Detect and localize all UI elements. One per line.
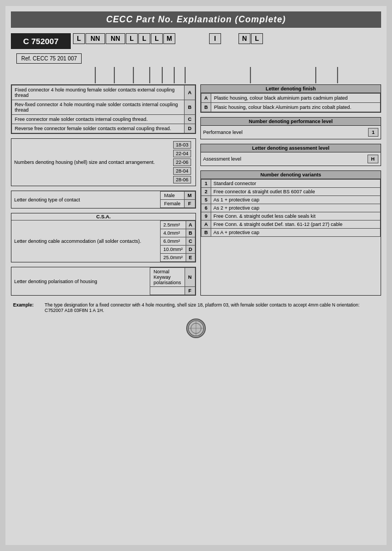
table-row: 2 Free connector & straight outlet BS 60…	[201, 188, 381, 196]
connector-desc-b: Rev-fixed connector 4 hole mounting male…	[12, 100, 185, 115]
main-content: Fixed connector 4 hole mounting female s…	[11, 84, 381, 296]
right-column: Letter denoting finish A Plastic housing…	[200, 84, 381, 296]
csa-val-2: 4.0mm²	[160, 229, 186, 237]
table-row: 9 Free Conn. & straight outlet less cabl…	[201, 212, 381, 221]
finish-desc-a: Plastic housing, colour black aluminium …	[211, 94, 381, 103]
csa-val-4: 10.0mm²	[160, 246, 186, 254]
variants-title: Number denoting variants	[201, 171, 381, 179]
csa-header: C.S.A.	[11, 213, 195, 221]
table-row: 10.0mm² D	[160, 246, 195, 254]
polar-desc: Letter denoting polarisation of housing	[11, 267, 150, 295]
code-letter-NN1: NN	[85, 33, 105, 44]
code-letter-N: N	[238, 33, 250, 44]
contact-male-code: M	[184, 192, 195, 200]
finish-code-b: B	[201, 103, 211, 112]
performance-level-box: Number denoting performance level Perfor…	[200, 117, 381, 139]
assessment-level-label: Assessment level	[203, 156, 365, 162]
connector-desc-a: Fixed connector 4 hole mounting female s…	[12, 85, 185, 100]
part-number: C 752007	[11, 33, 71, 49]
page: CECC Part No. Explanation (Complete) C 7…	[5, 6, 387, 545]
csa-val-3: 6.0mm²	[160, 237, 186, 246]
variant-desc-9: Free Conn. & straight outlet less cable …	[211, 212, 381, 221]
finish-title: Letter denoting finish	[201, 85, 381, 93]
contact-male-label: Male	[161, 192, 184, 200]
variant-desc-a: Free Conn. & straight outlet Def. stan. …	[211, 221, 381, 229]
page-title: CECC Part No. Explanation (Complete)	[11, 11, 381, 28]
code-letter-L1: L	[73, 33, 85, 44]
variant-code-1: 1	[201, 180, 211, 188]
number-value-3: 22-06	[173, 158, 191, 166]
left-column: Fixed connector 4 hole mounting female s…	[11, 84, 196, 296]
table-row: 4.0mm² B	[160, 229, 195, 237]
csa-desc: Letter denoting cable accommodation (all…	[11, 221, 160, 262]
variant-desc-2: Free connector & straight outlet BS 6007…	[211, 188, 381, 196]
code-letter-L4: L	[151, 33, 163, 44]
contact-table: Male M Female F	[160, 191, 195, 208]
table-row: 6 As 2 + protective cap	[201, 204, 381, 212]
connector-types-box: Fixed connector 4 hole mounting female s…	[11, 84, 196, 134]
csa-code-5: E	[186, 254, 195, 262]
csa-code-1: A	[186, 221, 195, 229]
connector-code-a: A	[185, 85, 195, 100]
table-row: B Plasic housing, colour black Aluminium…	[201, 103, 381, 112]
assessment-level-title: Letter denoting assessment level	[201, 144, 381, 152]
table-row: 6.0mm² C	[160, 237, 195, 246]
table-row: Male M	[161, 192, 195, 200]
variant-code-2: 2	[201, 188, 211, 196]
table-row: Reverse free connector female solder con…	[12, 124, 195, 133]
finish-box: Letter denoting finish A Plastic housing…	[200, 84, 381, 113]
finish-desc-b: Plasic housing, colour black Aluminium p…	[211, 103, 381, 112]
csa-code-2: B	[186, 229, 195, 237]
connector-code-d: D	[185, 124, 195, 133]
performance-level-title: Number denoting performance level	[201, 118, 381, 126]
polarisation-box: Letter denoting polarisation of housing …	[11, 267, 196, 296]
variant-desc-1: Standard connector	[211, 180, 381, 188]
polar-f-label	[150, 287, 185, 295]
code-letter-L5: L	[251, 33, 263, 44]
code-letter-M: M	[163, 33, 175, 44]
polar-code-n: N	[185, 268, 195, 287]
csa-val-5: 25.0mm²	[160, 254, 186, 262]
example-text: The type designation for a fixed connect…	[45, 302, 379, 313]
contact-type-box: Letter denoting type of contact Male M F…	[11, 191, 196, 209]
table-row: F	[150, 287, 195, 295]
connector-types-table: Fixed connector 4 hole mounting female s…	[11, 85, 195, 133]
polar-code-f: F	[185, 287, 195, 295]
table-row: Free connector male solder contacts inte…	[12, 115, 195, 124]
csa-val-1: 2.5mm²	[160, 221, 186, 229]
variant-code-5: 5	[201, 196, 211, 204]
stamp-area	[11, 319, 381, 338]
connector-desc-c: Free connector male solder contacts inte…	[12, 115, 185, 124]
table-row: A Plastic housing, colour black aluminiu…	[201, 94, 381, 103]
csa-code-4: D	[186, 246, 195, 254]
variant-code-9: 9	[201, 212, 211, 221]
contact-female-label: Female	[161, 200, 184, 208]
seal-icon	[187, 319, 205, 338]
contact-desc: Letter denoting type of contact	[11, 191, 160, 208]
number-value-2: 22-04	[173, 150, 191, 157]
connector-desc-d: Reverse free connector female solder con…	[12, 124, 185, 133]
table-row: B As A + protective cap	[201, 229, 381, 237]
code-letter-L3: L	[138, 33, 150, 44]
csa-table: 2.5mm² A 4.0mm² B 6.0mm² C 10.0mm²	[160, 221, 195, 262]
example-section: Example: The type designation for a fixe…	[11, 300, 381, 315]
code-letter-L2: L	[126, 33, 138, 44]
numbers-list: 18-03 22-04 22-06 28-04 28-06	[169, 139, 195, 186]
table-row: Fixed connector 4 hole mounting female s…	[12, 85, 195, 100]
numbers-box: Numbers denoting housing (shell) size an…	[11, 138, 196, 186]
performance-level-label: Performance level	[203, 130, 366, 135]
finish-code-a: A	[201, 94, 211, 103]
table-row: Female F	[161, 200, 195, 208]
example-label: Example:	[13, 302, 41, 313]
stamp-seal	[186, 319, 206, 338]
finish-table: A Plastic housing, colour black aluminiu…	[201, 93, 381, 112]
table-row: 1 Standard connector	[201, 180, 381, 188]
polar-normal-label: NormalKeywaypolarisations	[150, 268, 185, 287]
variant-desc-6: As 2 + protective cap	[211, 204, 381, 212]
number-value-5: 28-06	[173, 176, 191, 183]
table-row: NormalKeywaypolarisations N	[150, 268, 195, 287]
assessment-level-box: Letter denoting assessment level Assessm…	[200, 144, 381, 166]
connector-code-c: C	[185, 115, 195, 124]
ref-box: Ref. CECC 75 201 007	[16, 53, 82, 64]
table-row: 25.0mm² E	[160, 254, 195, 262]
